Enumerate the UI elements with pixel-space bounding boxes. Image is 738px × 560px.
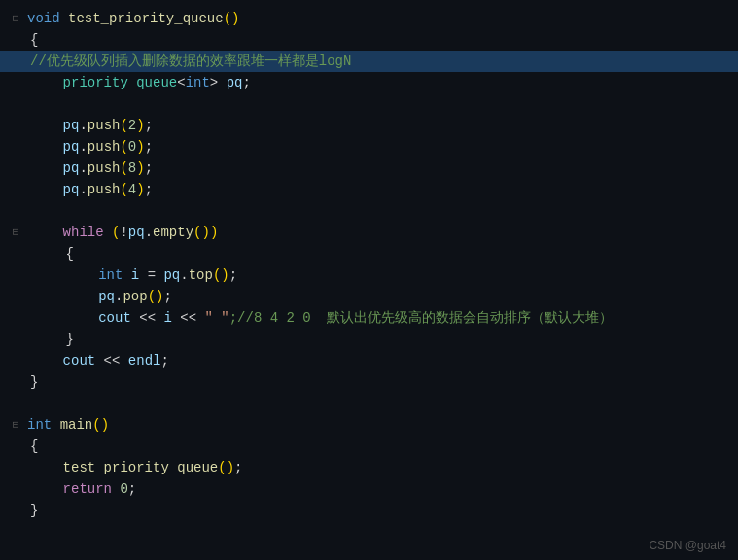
code-line-content: pq.push(0); (26, 136, 738, 158)
token-plain: ! (120, 225, 127, 240)
line: priority_queue<int> pq; (0, 72, 738, 93)
token-plain: . (180, 267, 188, 283)
token-while: while (63, 225, 104, 240)
token-method: push (88, 118, 121, 133)
token-angle: > (210, 75, 218, 90)
token-paren: ( (120, 118, 127, 133)
code-line-content (26, 200, 738, 222)
token-plain: { (30, 32, 38, 48)
fold-icon[interactable]: ⊟ (8, 8, 23, 29)
code-line-content: int i = pq.top(); (29, 264, 738, 286)
token-paren: () (213, 267, 229, 283)
token-cout: cout (98, 310, 131, 326)
token-plain: ; (145, 182, 153, 197)
code-line-content: void test_priority_queue() (23, 8, 738, 29)
line: cout << i << " ";//8 4 2 0 默认出优先级高的数据会自动… (0, 307, 738, 329)
line: pq.pop(); (0, 286, 738, 307)
line: ⊟int main() (0, 414, 738, 436)
line: //优先级队列插入删除数据的效率跟堆一样都是logN (0, 51, 738, 72)
token-plain (30, 225, 63, 240)
line: { (0, 243, 738, 264)
code-line-content: pq.push(8); (26, 158, 738, 179)
token-plain (123, 267, 130, 283)
code-line-content (23, 393, 738, 414)
line (0, 200, 738, 222)
token-plain (30, 75, 63, 90)
code-line-content: } (26, 371, 738, 393)
token-var: pq (227, 75, 243, 90)
token-plain: { (33, 246, 74, 262)
token-paren: () (148, 289, 164, 304)
token-var: pq (128, 225, 145, 240)
token-angle: < (177, 75, 185, 90)
token-plain: ; (128, 481, 136, 497)
token-func: test_priority_queue (68, 11, 224, 26)
line: ⊟ while (!pq.empty()) (0, 222, 738, 243)
token-var: pq (163, 267, 180, 283)
token-plain: ; (163, 289, 171, 304)
token-comment-cn: ;//8 4 2 0 默认出优先级高的数据会自动排序（默认大堆） (229, 310, 614, 326)
token-plain: . (79, 182, 87, 197)
token-paren: ( (120, 182, 127, 197)
token-paren: ( (120, 139, 127, 155)
token-plain: ; (145, 118, 153, 133)
token-paren: () (92, 417, 109, 433)
line: int i = pq.top(); (0, 264, 738, 286)
token-paren: ) (136, 182, 144, 197)
token-plain: . (145, 225, 153, 240)
token-comment-cn: //优先级队列插入删除数据的效率跟堆一样都是logN (30, 53, 351, 69)
line: pq.push(2); (0, 115, 738, 136)
token-return: return (63, 481, 112, 497)
code-line-content: test_priority_queue(); (26, 457, 738, 478)
token-endl: endl (128, 353, 161, 368)
token-var: i (131, 267, 139, 283)
line: return 0; (0, 478, 738, 500)
token-plain (33, 289, 98, 304)
token-plain: ; (145, 160, 153, 176)
token-paren: () (193, 225, 210, 240)
code-line-content: //优先级队列插入删除数据的效率跟堆一样都是logN (26, 51, 738, 72)
code-line-content: while (!pq.empty()) (26, 222, 738, 243)
token-var: pq (98, 289, 115, 304)
token-paren: ) (136, 160, 144, 176)
token-var: pq (63, 139, 80, 155)
watermark: CSDN @goat4 (649, 539, 726, 552)
code-line-content: cout << endl; (26, 350, 738, 371)
line: pq.push(0); (0, 136, 738, 158)
token-plain: . (79, 118, 87, 133)
token-plain: . (79, 139, 87, 155)
token-paren: ( (120, 160, 127, 176)
fold-icon[interactable]: ⊟ (8, 222, 23, 243)
token-plain: } (33, 332, 74, 347)
token-number: 0 (128, 139, 136, 155)
code-editor: ⊟void test_priority_queue(){//优先级队列插入删除数… (0, 0, 738, 560)
token-method: empty (153, 225, 193, 240)
code-line-content: { (29, 243, 738, 264)
token-var: pq (63, 160, 80, 176)
token-plain: ; (234, 460, 242, 475)
token-cout: cout (63, 353, 96, 368)
line (0, 393, 738, 414)
line: { (0, 436, 738, 457)
code-line-content (26, 93, 738, 115)
line (0, 93, 738, 115)
fold-icon[interactable]: ⊟ (8, 414, 23, 436)
line: } (0, 329, 738, 350)
token-plain: ; (145, 139, 153, 155)
token-number: 8 (128, 160, 136, 176)
line: } (0, 371, 738, 393)
code-line-content: cout << i << " ";//8 4 2 0 默认出优先级高的数据会自动… (29, 307, 738, 329)
token-paren: ) (210, 225, 218, 240)
line: cout << endl; (0, 350, 738, 371)
code-line-content: pq.pop(); (29, 286, 738, 307)
token-paren: () (218, 460, 234, 475)
token-plain: ; (160, 353, 168, 368)
token-paren: ) (136, 118, 144, 133)
token-method: pop (123, 289, 147, 304)
token-plain: ; (229, 267, 237, 283)
token-plain (30, 481, 63, 497)
token-paren: ) (136, 139, 144, 155)
token-method: push (88, 139, 121, 155)
token-paren: () (224, 11, 240, 26)
token-plain: } (30, 503, 38, 518)
